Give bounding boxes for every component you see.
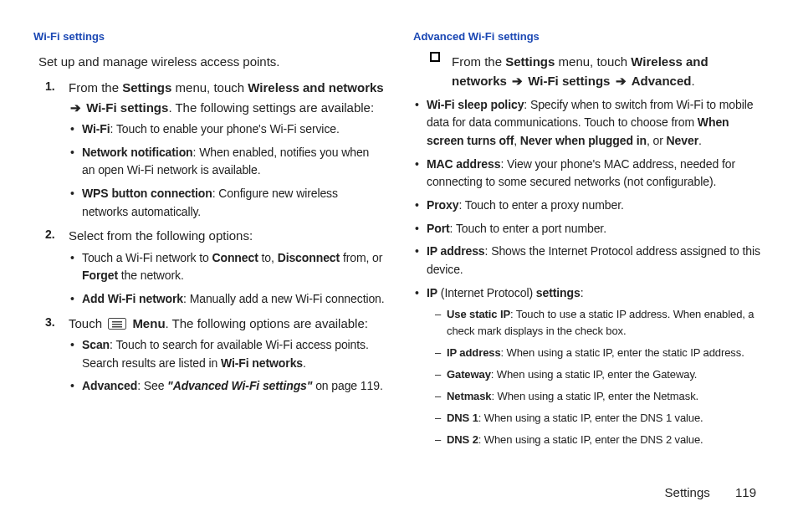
step-3-num: 3.: [45, 314, 55, 332]
dash-dns1: DNS 1: When using a static IP, enter the…: [435, 410, 765, 427]
step-2-bullets: Touch a Wi‑Fi network to Connect to, Dis…: [70, 249, 385, 309]
bullet-add-network: Add Wi‑Fi network: Manually add a new Wi…: [70, 290, 385, 309]
step-1-bullets: Wi‑Fi: Touch to enable your phone's Wi‑F…: [70, 120, 385, 221]
dash-netmask: Netmask: When using a static IP, enter t…: [435, 388, 765, 405]
step-2: 2. Select from the following options: To…: [45, 226, 385, 308]
dash-dns2: DNS 2: When using a static IP, enter the…: [435, 432, 765, 448]
page-footer: Settings 119: [0, 477, 798, 499]
footer-page-number: 119: [735, 485, 756, 499]
step-3-text: Touch Menu. The following options are av…: [69, 316, 368, 330]
advanced-nav-text: From the Settings menu, touch Wireless a…: [452, 52, 765, 91]
menu-icon: [108, 318, 126, 330]
bullet-network-notification: Network notification: When enabled, noti…: [70, 144, 385, 180]
bullet-ip-settings: IP (Internet Protocol) settings: Use sta…: [415, 284, 765, 449]
dash-ip-address: IP address: When using a static IP, ente…: [435, 345, 765, 361]
dash-use-static-ip: Use static IP: Touch to use a static IP …: [435, 306, 765, 340]
wifi-steps: 1. From the Settings menu, touch Wireles…: [45, 78, 385, 396]
arrow-icon: ➔: [69, 100, 86, 115]
bullet-wifi: Wi‑Fi: Touch to enable your phone's Wi‑F…: [70, 120, 385, 139]
left-column: Wi-Fi settings Set up and manage wireles…: [33, 25, 393, 477]
dash-gateway: Gateway: When using a static IP, enter t…: [435, 366, 765, 383]
step-3: 3. Touch Menu. The following options are…: [45, 314, 385, 396]
step-1: 1. From the Settings menu, touch Wireles…: [45, 78, 385, 221]
step-1-num: 1.: [45, 78, 55, 96]
advanced-nav-row: From the Settings menu, touch Wireless a…: [430, 52, 765, 91]
footer-section: Settings: [665, 485, 710, 499]
square-bullet-icon: [430, 52, 440, 62]
arrow-icon: ➔: [507, 74, 528, 88]
right-column: Advanced Wi-Fi settings From the Setting…: [393, 25, 765, 477]
bullet-wps: WPS button connection: Configure new wir…: [70, 185, 385, 221]
ip-settings-dashes: Use static IP: Touch to use a static IP …: [435, 306, 765, 449]
step-2-num: 2.: [45, 226, 55, 244]
bullet-sleep-policy: Wi‑Fi sleep policy: Specify when to swit…: [415, 96, 765, 151]
wifi-settings-heading: Wi-Fi settings: [33, 28, 385, 45]
bullet-proxy: Proxy: Touch to enter a proxy number.: [415, 197, 765, 215]
bullet-ip-address: IP address: Shows the Internet Protocol …: [415, 243, 765, 279]
bullet-port: Port: Touch to enter a port number.: [415, 220, 765, 238]
bullet-connect: Touch a Wi‑Fi network to Connect to, Dis…: [70, 249, 385, 285]
bullet-mac: MAC address: View your phone's MAC addre…: [415, 156, 765, 192]
bullet-advanced: Advanced: See "Advanced Wi‑Fi settings" …: [70, 377, 385, 396]
arrow-icon: ➔: [610, 74, 631, 88]
advanced-wifi-heading: Advanced Wi-Fi settings: [413, 28, 765, 45]
bullet-scan: Scan: Touch to search for available Wi‑F…: [70, 336, 385, 372]
page-body: Wi-Fi settings Set up and manage wireles…: [0, 0, 798, 477]
wifi-intro: Set up and manage wireless access points…: [38, 52, 385, 71]
step-2-text: Select from the following options:: [69, 228, 253, 243]
step-1-text: From the Settings menu, touch Wireless a…: [69, 80, 384, 114]
advanced-bullets: Wi‑Fi sleep policy: Specify when to swit…: [415, 96, 765, 449]
step-3-bullets: Scan: Touch to search for available Wi‑F…: [70, 336, 385, 396]
